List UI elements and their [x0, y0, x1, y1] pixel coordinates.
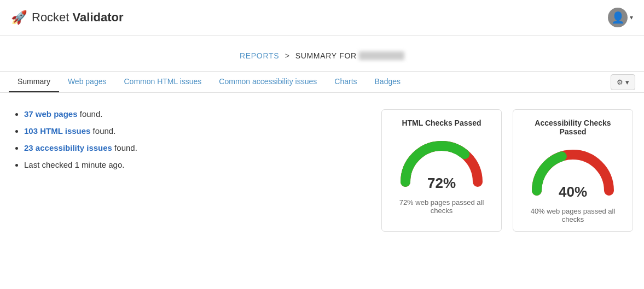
gauge-html-chart: 72%	[398, 133, 485, 193]
reports-link[interactable]: REPORTS	[240, 51, 279, 60]
summary-list: 37 web pages found. 103 HTML issues foun…	[11, 109, 365, 169]
web-pages-link[interactable]: 37 web pages	[24, 109, 78, 119]
tab-html-issues[interactable]: Common HTML issues	[115, 72, 210, 92]
gauge-accessibility-percent: 40%	[559, 184, 587, 200]
tab-web-pages[interactable]: Web pages	[59, 72, 115, 92]
gauge-card-html: HTML Checks Passed 72% 72% web pages pas…	[381, 109, 502, 232]
list-item-accessibility: 23 accessibility issues found.	[24, 143, 365, 152]
main-content: 37 web pages found. 103 HTML issues foun…	[0, 93, 644, 243]
tab-charts[interactable]: Charts	[326, 72, 365, 92]
tab-summary[interactable]: Summary	[9, 72, 59, 92]
settings-button[interactable]: ⚙ ▾	[611, 74, 635, 90]
accessibility-link[interactable]: 23 accessibility issues	[24, 143, 112, 152]
blurred-domain	[359, 51, 404, 60]
chevron-down-icon: ▾	[630, 14, 633, 21]
list-item-last-checked: Last checked 1 minute ago.	[24, 160, 365, 169]
breadcrumb-section: REPORTS > SUMMARY FOR	[0, 36, 644, 71]
list-item-html-issues: 103 HTML issues found.	[24, 126, 365, 135]
gauge-cards: HTML Checks Passed 72% 72% web pages pas…	[381, 109, 633, 232]
logo: 🚀 Rocket Validator	[11, 10, 124, 25]
gauge-html-label: 72% web pages passed all checks	[393, 198, 490, 215]
gauge-accessibility-label: 40% web pages passed all checks	[524, 207, 622, 223]
tab-accessibility-issues[interactable]: Common accessibility issues	[210, 72, 326, 92]
tab-badges[interactable]: Badges	[366, 72, 409, 92]
gauge-accessibility-chart: 40%	[529, 141, 617, 202]
breadcrumb-separator: >	[285, 51, 289, 60]
gear-icon: ⚙	[617, 78, 623, 86]
user-menu[interactable]: 👤 ▾	[608, 8, 633, 27]
avatar[interactable]: 👤	[608, 8, 628, 27]
logo-text: Rocket Validator	[32, 10, 124, 25]
app-header: 🚀 Rocket Validator 👤 ▾	[0, 0, 644, 36]
breadcrumb: REPORTS > SUMMARY FOR	[11, 51, 633, 60]
gauge-html-title: HTML Checks Passed	[402, 119, 481, 127]
tabs-list: Summary Web pages Common HTML issues Com…	[9, 72, 409, 92]
tabs-bar: Summary Web pages Common HTML issues Com…	[0, 71, 644, 93]
html-issues-link[interactable]: 103 HTML issues	[24, 126, 90, 135]
breadcrumb-current: SUMMARY FOR	[295, 51, 404, 60]
chevron-down-icon: ▾	[625, 78, 629, 86]
list-item-web-pages: 37 web pages found.	[24, 109, 365, 119]
gauge-accessibility-title: Accessibility Checks Passed	[524, 119, 622, 136]
gauge-html-percent: 72%	[427, 175, 456, 192]
rocket-icon: 🚀	[11, 10, 27, 25]
gauge-card-accessibility: Accessibility Checks Passed 40% 40% web …	[513, 109, 633, 232]
